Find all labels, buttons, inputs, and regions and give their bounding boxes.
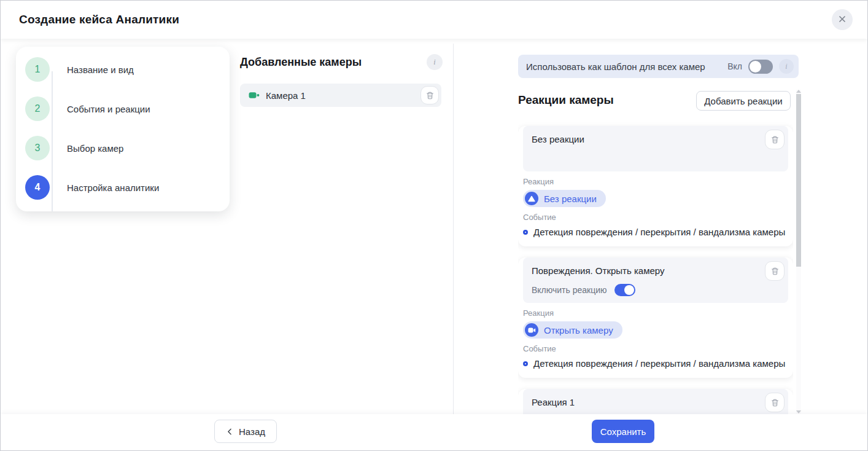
- step-number-badge: 4: [25, 175, 50, 200]
- panel-divider: [453, 44, 454, 416]
- enable-reaction-label: Включить реакцию: [532, 285, 607, 295]
- reaction-chip[interactable]: Без реакции: [523, 190, 606, 207]
- alert-icon: [525, 192, 538, 205]
- enable-reaction-toggle[interactable]: [614, 284, 635, 296]
- added-cameras-title: Добавленные камеры: [240, 56, 362, 69]
- info-icon: i: [785, 62, 787, 71]
- delete-reaction-button[interactable]: [765, 261, 785, 281]
- trash-icon: [770, 398, 780, 407]
- camera-name: Камера 1: [266, 90, 420, 101]
- event-item[interactable]: Детекция повреждения / перекрытия / ванд…: [523, 227, 788, 237]
- camera-icon: [249, 91, 260, 100]
- trash-icon: [425, 91, 435, 100]
- reaction-chip[interactable]: Открыть камеру: [523, 321, 622, 339]
- step-label: Выбор камер: [67, 143, 123, 154]
- stepper-step-events-reactions[interactable]: 2 События и реакции: [25, 96, 150, 121]
- step-label: События и реакции: [67, 104, 150, 114]
- trash-icon: [770, 267, 780, 276]
- scrollbar-thumb[interactable]: [796, 94, 801, 267]
- event-label: Детекция повреждения / перекрытия / ванд…: [533, 227, 785, 237]
- reaction-field-label: Реакция: [523, 308, 788, 318]
- reaction-card: Повреждения. Открыть камеру Включить реа…: [518, 257, 793, 378]
- reaction-chip-label: Открыть камеру: [544, 325, 613, 335]
- camera-list-item[interactable]: Камера 1: [240, 84, 441, 107]
- reactions-list: Без реакции Реакция: [518, 121, 793, 415]
- dialog-header: Создание кейса Аналитики: [1, 1, 867, 39]
- stepper-card: 1 Название и вид 2 События и реакции 3 В…: [16, 47, 230, 211]
- stepper-step-name-and-type[interactable]: 1 Название и вид: [25, 57, 134, 82]
- create-analytics-case-dialog: Создание кейса Аналитики 1 Название и ви…: [0, 0, 868, 451]
- event-item[interactable]: Детекция повреждения / перекрытия / ванд…: [523, 358, 788, 369]
- step-label: Название и вид: [67, 65, 134, 75]
- template-info-button[interactable]: i: [779, 59, 794, 74]
- reaction-card-header: Без реакции: [523, 126, 788, 171]
- toggle-knob: [624, 285, 634, 295]
- delete-reaction-button[interactable]: [765, 393, 785, 412]
- delete-reaction-button[interactable]: [765, 130, 785, 149]
- event-field-label: Событие: [523, 213, 788, 222]
- reaction-card-header: Реакция 1: [523, 389, 788, 415]
- reaction-card-title: Без реакции: [532, 134, 780, 144]
- template-toggle[interactable]: [748, 60, 773, 74]
- reaction-chip-label: Без реакции: [544, 194, 597, 204]
- trash-icon: [770, 135, 780, 144]
- camera-icon: [525, 323, 538, 337]
- reaction-card-title: Реакция 1: [532, 397, 780, 407]
- template-banner-label: Использовать как шаблон для всех камер: [526, 61, 727, 72]
- reaction-card-header: Повреждения. Открыть камеру Включить реа…: [523, 257, 788, 303]
- save-button[interactable]: Сохранить: [592, 420, 654, 443]
- added-cameras-info-button[interactable]: i: [427, 54, 443, 70]
- step-number-badge: 3: [25, 136, 50, 160]
- template-banner: Использовать как шаблон для всех камер В…: [518, 55, 799, 78]
- scroll-up-arrow-icon[interactable]: [796, 90, 801, 93]
- camera-reactions-title: Реакции камеры: [518, 93, 614, 107]
- reaction-card-title: Повреждения. Открыть камеру: [532, 265, 780, 276]
- step-label: Настройка аналитики: [67, 182, 159, 193]
- radio-ring-icon: [523, 361, 528, 366]
- reaction-field-label: Реакция: [523, 177, 788, 186]
- delete-camera-button[interactable]: [420, 86, 439, 104]
- back-button-label: Назад: [239, 426, 265, 437]
- dialog-title: Создание кейса Аналитики: [19, 13, 832, 26]
- info-icon: i: [433, 58, 435, 67]
- step-number-badge: 2: [25, 96, 50, 121]
- add-reactions-button[interactable]: Добавить реакции: [696, 91, 791, 111]
- stepper-step-camera-selection[interactable]: 3 Выбор камер: [25, 136, 123, 160]
- close-button[interactable]: [832, 9, 853, 30]
- scroll-down-arrow-icon[interactable]: [796, 410, 801, 414]
- event-field-label: Событие: [523, 344, 788, 353]
- dialog-footer: Назад Сохранить: [1, 414, 867, 450]
- toggle-knob: [750, 61, 761, 73]
- event-label: Детекция повреждения / перекрытия / ванд…: [533, 358, 785, 369]
- step-number-badge: 1: [25, 57, 50, 82]
- reaction-card: Без реакции Реакция: [518, 126, 793, 246]
- back-button[interactable]: Назад: [214, 420, 277, 443]
- chevron-left-icon: [226, 428, 234, 436]
- template-toggle-label: Вкл: [727, 61, 742, 71]
- reaction-card: Реакция 1: [518, 389, 793, 415]
- close-icon: [837, 14, 847, 26]
- stepper-step-analytics-settings[interactable]: 4 Настройка аналитики: [25, 175, 159, 200]
- radio-ring-icon: [523, 230, 528, 235]
- reactions-scrollbar: [796, 90, 801, 414]
